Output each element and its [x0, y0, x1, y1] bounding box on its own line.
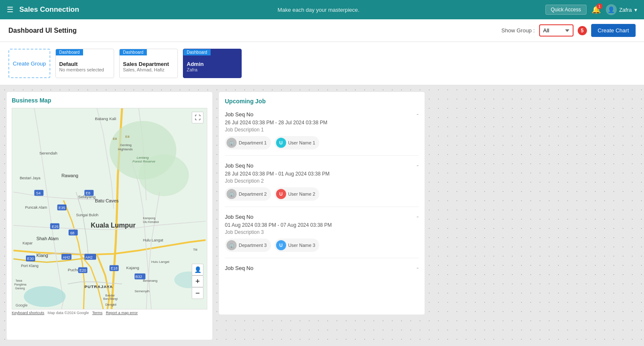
- svg-text:Shah Alam: Shah Alam: [37, 236, 59, 241]
- svg-text:Batu Caves: Batu Caves: [95, 198, 119, 203]
- map-keyboard-shortcuts-link[interactable]: Keyboard shortcuts: [12, 311, 44, 315]
- svg-text:Kajang: Kajang: [126, 265, 139, 270]
- map-zoom-in-button[interactable]: +: [192, 275, 203, 287]
- svg-text:Semenyih: Semenyih: [135, 289, 149, 293]
- group-name-sales: Sales Department: [123, 61, 174, 67]
- job-seq-row-1: Job Seq No -: [225, 110, 419, 118]
- job-item-1: Job Seq No - 26 Jul 2024 03:38 PM - 28 J…: [225, 110, 419, 156]
- job-tags-2: 🏢 Department 2 U User Name 2: [225, 187, 419, 201]
- svg-text:Lentang: Lentang: [137, 156, 149, 160]
- notifications-bell[interactable]: 🔔 1: [592, 5, 601, 14]
- bell-badge: 1: [597, 3, 602, 9]
- svg-text:Telok: Telok: [16, 279, 23, 282]
- menu-icon[interactable]: ☰: [7, 5, 13, 14]
- user-avatar-icon: 👤: [606, 4, 617, 15]
- user-label-3: User Name 3: [288, 243, 315, 248]
- svg-text:Kapar: Kapar: [23, 241, 33, 245]
- dept-icon-3: 🏢: [227, 240, 237, 250]
- brand-name: Sales Connection: [19, 5, 79, 14]
- svg-text:Kuala Lumpur: Kuala Lumpur: [91, 222, 136, 229]
- chevron-down-icon: ▾: [634, 7, 637, 13]
- group-members-default: No members selected: [59, 67, 110, 72]
- job-desc-2: Job Description 2: [225, 178, 419, 184]
- subheader-right: Show Group : All Sales Admin Default 5 C…: [501, 24, 636, 37]
- map-footer: Keyboard shortcuts Map data ©2024 Google…: [12, 311, 207, 315]
- svg-text:Bestari Jaya: Bestari Jaya: [20, 176, 40, 180]
- svg-text:E8: E8: [86, 191, 90, 195]
- map-title: Business Map: [12, 97, 207, 104]
- map-svg: Kuala Lumpur PUTRAJAYA Shah Alam Klang B…: [12, 108, 207, 309]
- create-group-label: Create Group: [13, 60, 46, 67]
- user-icon-3: U: [276, 240, 286, 250]
- svg-text:E25: E25: [52, 225, 59, 229]
- tagline: Make each day your masterpiece.: [92, 7, 545, 13]
- group-card-body-sales: Sales Department Sales, Ahmad, Hafiz: [120, 55, 177, 78]
- group-name-admin: Admin: [187, 61, 238, 67]
- svg-text:Hulu Langat: Hulu Langat: [151, 260, 170, 264]
- job-item-3: Job Seq No - 01 Aug 2024 03:38 PM - 07 A…: [225, 213, 419, 258]
- right-dotted-area: [431, 92, 637, 340]
- job-dept-tag-1: 🏢 Department 1: [225, 136, 271, 149]
- svg-text:Ulu Kenaboi: Ulu Kenaboi: [143, 220, 159, 223]
- svg-text:E20: E20: [79, 268, 86, 273]
- svg-text:Google: Google: [16, 303, 28, 307]
- group-badge-admin: Dashboard: [183, 49, 211, 55]
- job-date-3: 01 Aug 2024 03:38 PM - 07 Aug 2024 03:38…: [225, 222, 419, 228]
- top-navigation: ☰ Sales Connection Make each day your ma…: [0, 0, 644, 19]
- svg-text:E30: E30: [27, 257, 34, 261]
- job-user-tag-2: U User Name 2: [274, 187, 320, 201]
- svg-text:Hulu Langat: Hulu Langat: [143, 238, 164, 242]
- map-report-link[interactable]: Report a map error: [106, 311, 138, 315]
- job-date-1: 26 Jul 2024 03:38 PM - 28 Jul 2024 03:38…: [225, 120, 419, 126]
- svg-text:E35: E35: [59, 206, 65, 210]
- dept-icon-2: 🏢: [227, 189, 237, 199]
- svg-text:B32: B32: [136, 275, 142, 279]
- map-zoom-out-button[interactable]: −: [192, 287, 203, 299]
- job-user-tag-3: U User Name 3: [274, 239, 320, 252]
- create-group-card[interactable]: Create Group: [8, 49, 50, 78]
- svg-text:Genting: Genting: [120, 143, 132, 147]
- map-expand-button[interactable]: ⛶: [192, 112, 203, 123]
- svg-text:Batang Kali: Batang Kali: [95, 116, 116, 121]
- svg-text:Klang: Klang: [37, 253, 48, 258]
- svg-text:PUTRAJAYA: PUTRAJAYA: [84, 284, 113, 289]
- group-card-sales[interactable]: Dashboard Sales Department Sales, Ahmad,…: [119, 49, 178, 78]
- svg-text:Titi: Titi: [193, 248, 198, 252]
- main-content: Business Map: [0, 85, 644, 346]
- user-label-1: User Name 1: [288, 140, 315, 145]
- svg-text:Baru Bangi: Baru Bangi: [103, 297, 118, 301]
- upcoming-title: Upcoming Job: [225, 98, 419, 105]
- job-item-2: Job Seq No - 28 Jul 2024 03:38 PM - 01 A…: [225, 162, 419, 207]
- group-card-default[interactable]: Dashboard Default No members selected: [55, 49, 114, 78]
- svg-text:Highlands: Highlands: [118, 147, 133, 151]
- dept-label-3: Department 3: [239, 243, 267, 248]
- job-seq-row-2: Job Seq No -: [225, 162, 419, 169]
- show-group-select[interactable]: All Sales Admin Default: [539, 24, 574, 37]
- svg-text:E8: E8: [113, 137, 117, 141]
- upcoming-panel: Upcoming Job Job Seq No - 26 Jul 2024 03…: [219, 92, 425, 315]
- svg-text:Garang: Garang: [15, 287, 25, 290]
- svg-text:AH2: AH2: [85, 255, 92, 260]
- svg-text:S4: S4: [36, 191, 41, 195]
- job-item-4: Job Seq No -: [225, 264, 419, 279]
- dept-label-1: Department 1: [239, 140, 267, 145]
- job-user-tag-1: U User Name 1: [274, 136, 320, 149]
- page-title: Dashboard UI Setting: [8, 27, 501, 34]
- dept-icon-1: 🏢: [227, 138, 237, 148]
- svg-text:Port Klang: Port Klang: [21, 264, 39, 268]
- svg-text:Kampong: Kampong: [143, 217, 156, 220]
- map-person-button[interactable]: 👤: [192, 264, 203, 275]
- user-menu[interactable]: 👤 Zafra ▾: [606, 4, 637, 15]
- svg-text:Forest Reserve: Forest Reserve: [133, 160, 156, 163]
- group-card-admin[interactable]: Dashboard Admin Zafra: [183, 49, 242, 78]
- subheader: Dashboard UI Setting Show Group : All Sa…: [0, 19, 644, 42]
- topnav-right: Quick Access 🔔 1 👤 Zafra ▾: [545, 4, 637, 15]
- user-icon-1: U: [276, 138, 286, 148]
- quick-access-button[interactable]: Quick Access: [545, 5, 587, 15]
- map-terms-link[interactable]: Terms: [92, 311, 103, 315]
- user-icon-2: U: [276, 189, 286, 199]
- svg-text:Sungai Buloh: Sungai Buloh: [76, 213, 98, 217]
- svg-text:Bandar: Bandar: [105, 294, 115, 297]
- user-name: Zafra: [619, 7, 632, 13]
- create-chart-button[interactable]: Create Chart: [591, 24, 636, 37]
